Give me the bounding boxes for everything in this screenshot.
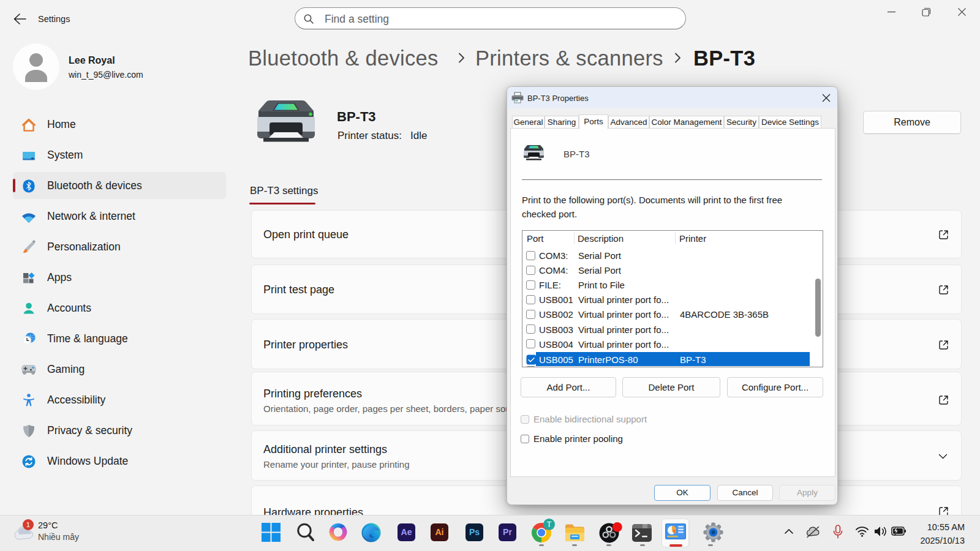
- svg-text:T: T: [547, 520, 552, 529]
